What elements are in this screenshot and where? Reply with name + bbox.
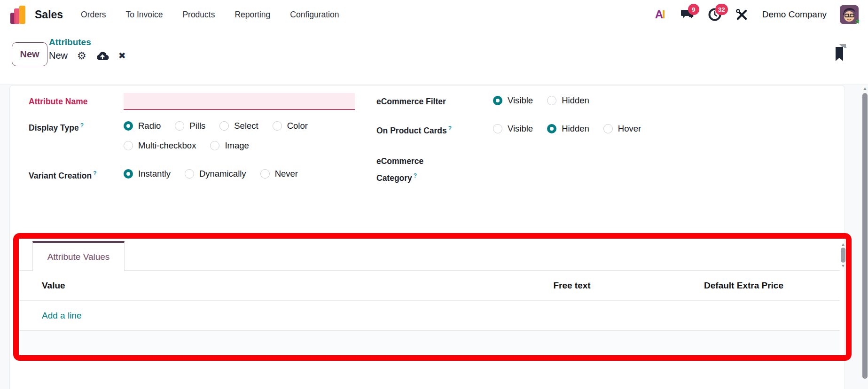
radio-circle[interactable] [124,169,133,179]
attribute-name-input[interactable] [124,93,355,110]
tab-attribute-values[interactable]: Attribute Values [32,241,125,271]
help-question-mark[interactable]: ? [448,125,452,132]
radio-option-label: Instantly [138,169,171,179]
ai-logo-a: A [655,8,662,21]
radio-circle[interactable] [493,124,502,133]
radio-option-select[interactable]: Select [219,121,258,131]
page-scrollbar[interactable]: ▲ [862,85,868,389]
menu-item-to-invoice[interactable]: To Invoice [126,10,163,20]
add-a-line-link[interactable]: Add a line [42,311,82,321]
ecommerce-filter-label: eCommerce Filter [376,97,446,107]
radio-option-label: Hidden [562,95,589,106]
control-panel: New Attributes New ⚙ ✖ [0,29,868,85]
radio-option-hover[interactable]: Hover [603,124,641,134]
out-of-office-plane-icon: ✈ [853,16,863,27]
bookmark-icon[interactable] [833,43,849,62]
display-type-label: Display Type? [29,122,84,133]
radio-option-label: Color [287,121,308,131]
radio-option-label: Hidden [562,124,589,134]
on-product-cards-options: Visible Hidden Hover [493,124,641,134]
ai-assistant-icon[interactable]: AI [653,8,667,22]
company-name[interactable]: Demo Company [762,9,827,20]
menu-item-configuration[interactable]: Configuration [290,10,339,20]
menu-item-products[interactable]: Products [182,10,215,20]
radio-option-label: Never [275,169,298,179]
debug-tools-icon[interactable] [735,8,749,22]
messages-icon[interactable]: 9 [680,8,695,22]
scroll-down-icon[interactable]: ▼ [840,264,846,268]
table-footer-empty [19,331,840,356]
radio-circle[interactable] [124,141,133,150]
gear-icon[interactable]: ⚙ [77,51,86,61]
top-navbar: Sales Orders To Invoice Products Reporti… [0,0,868,29]
radio-option-dynamically[interactable]: Dynamically [185,169,246,179]
radio-option-multi-checkbox[interactable]: Multi-checkbox [124,140,196,151]
radio-circle[interactable] [260,169,270,179]
discard-x-icon[interactable]: ✖ [118,50,126,61]
radio-circle[interactable] [493,96,502,105]
radio-option-radio[interactable]: Radio [124,121,161,131]
ecommerce-category-label: eCommerce Category? [376,154,423,186]
user-avatar[interactable]: ✈ [840,5,859,24]
radio-option-label: Radio [138,121,161,131]
ai-logo-i: I [662,8,665,21]
display-type-options-row1: Radio Pills Select Color [124,121,308,131]
column-header-value[interactable]: Value [19,280,501,291]
sales-app-logo-icon [10,5,28,24]
scroll-up-icon[interactable]: ▲ [862,85,868,92]
ecommerce-filter-options: Visible Hidden [493,95,589,106]
activities-icon[interactable]: 32 [708,8,722,22]
radio-circle[interactable] [273,121,282,131]
radio-option-pills[interactable]: Pills [175,121,205,131]
radio-option-hidden[interactable]: Hidden [547,124,589,134]
radio-option-instantly[interactable]: Instantly [124,169,171,179]
radio-option-label: Multi-checkbox [138,140,196,151]
radio-circle[interactable] [547,124,556,133]
radio-option-label: Dynamically [199,169,246,179]
menu-item-orders[interactable]: Orders [81,10,106,20]
notebook-scrollbar[interactable]: ▲ ▼ [840,242,846,269]
systray: AI 9 32 Demo Company [653,5,859,24]
scrollbar-thumb[interactable] [841,248,845,263]
radio-option-label: Select [234,121,258,131]
radio-circle[interactable] [210,141,219,150]
radio-circle[interactable] [185,169,194,179]
logo-bar-amber [19,6,25,24]
radio-option-hidden[interactable]: Hidden [547,95,589,106]
variant-creation-label: Variant Creation? [29,170,97,181]
cloud-upload-icon[interactable] [96,51,109,61]
variant-creation-options: Instantly Dynamically Never [124,169,298,179]
notebook-tabstrip: Attribute Values [19,241,840,271]
main-menu: Orders To Invoice Products Reporting Con… [81,10,339,20]
breadcrumb-parent-link[interactable]: Attributes [49,37,126,47]
radio-option-visible[interactable]: Visible [493,95,533,106]
page-scrollbar-thumb[interactable] [862,93,868,379]
radio-option-label: Visible [508,124,533,134]
column-header-default-extra-price[interactable]: Default Extra Price [642,280,783,291]
wrench-screwdriver-icon [735,8,748,21]
menu-item-reporting[interactable]: Reporting [235,10,270,20]
radio-circle[interactable] [547,96,556,105]
radio-circle[interactable] [175,121,184,131]
app-name[interactable]: Sales [35,8,63,21]
breadcrumb-current: New [49,50,68,61]
scroll-up-icon[interactable]: ▲ [840,242,846,247]
radio-option-label: Hover [618,124,641,134]
column-header-free-text[interactable]: Free text [501,280,642,291]
radio-option-visible[interactable]: Visible [493,124,533,134]
radio-circle[interactable] [124,121,133,131]
radio-option-label: Image [225,140,249,151]
messages-badge: 9 [688,4,699,15]
radio-option-never[interactable]: Never [260,169,298,179]
radio-option-image[interactable]: Image [210,140,249,151]
radio-circle[interactable] [603,124,613,133]
help-question-mark[interactable]: ? [414,172,417,179]
radio-option-label: Pills [189,121,205,131]
new-record-button[interactable]: New [12,42,47,66]
radio-option-label: Visible [508,95,533,106]
help-question-mark[interactable]: ? [80,122,84,129]
radio-circle[interactable] [219,121,229,131]
radio-option-color[interactable]: Color [273,121,308,131]
app-brand[interactable]: Sales [10,5,63,24]
help-question-mark[interactable]: ? [93,170,96,177]
